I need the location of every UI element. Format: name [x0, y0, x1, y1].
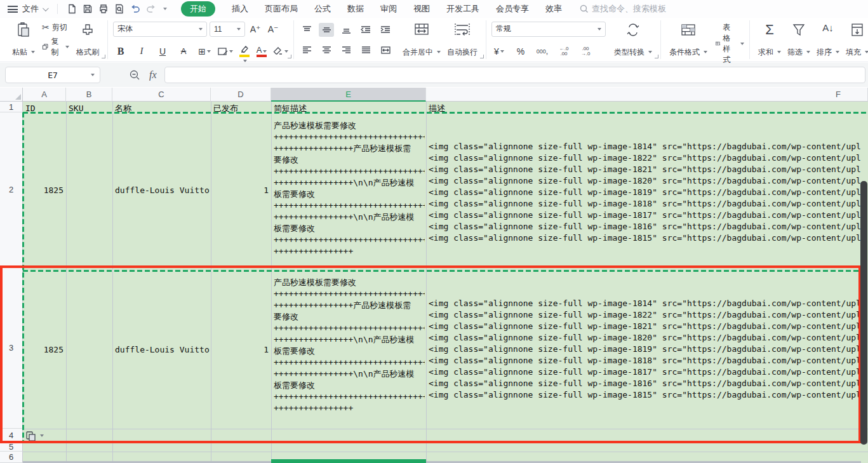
paste-dropdown-icon[interactable] [31, 51, 35, 53]
percent-button[interactable]: % [513, 44, 528, 58]
wrap-text-button[interactable]: 自动换行 [444, 21, 481, 59]
font-name-select[interactable]: 宋体 [113, 22, 207, 37]
formula-input[interactable] [164, 67, 865, 83]
undo-icon[interactable] [130, 4, 140, 14]
tab-data[interactable]: 数据 [347, 3, 364, 15]
increase-decimal-button[interactable]: ←.0 .00 [556, 44, 571, 58]
sort-button[interactable]: A↓ 排序 [813, 21, 843, 59]
merge-center-button[interactable]: 合并居中 [399, 21, 444, 59]
align-center-icon[interactable] [319, 43, 334, 57]
scissors-icon: ✂ [42, 22, 50, 32]
brush-icon [80, 22, 95, 39]
row-header-5[interactable]: 5 [0, 443, 23, 452]
print-icon[interactable] [98, 4, 109, 14]
copy-button[interactable]: 复制 [42, 36, 69, 58]
name-box-dropdown-icon[interactable] [91, 74, 95, 76]
format-painter-button[interactable]: 格式刷 [73, 21, 102, 59]
col-header-f[interactable]: F [426, 88, 868, 102]
row-header-1[interactable]: 1 [0, 102, 23, 112]
tab-formulas[interactable]: 公式 [314, 3, 331, 15]
eraser-button[interactable] [273, 44, 288, 58]
decrease-font-icon[interactable]: A⁻ [265, 22, 281, 36]
file-menu[interactable]: 文件 [22, 3, 39, 15]
font-size-select[interactable]: 11 [210, 22, 245, 37]
file-chevron-down-icon[interactable] [43, 5, 49, 11]
sum-button[interactable]: Σ 求和 [755, 21, 784, 59]
cell-f2[interactable]: <img class="alignnone size-full wp-image… [429, 141, 861, 245]
col-header-c[interactable]: C [112, 88, 211, 102]
command-search[interactable]: 查找命令、搜索模板 [580, 3, 666, 15]
cut-button[interactable]: ✂剪切 [42, 22, 69, 33]
col-header-e[interactable]: E [271, 88, 426, 102]
qat-more-chevron-icon[interactable] [163, 8, 167, 10]
justify-icon[interactable] [358, 43, 373, 57]
row-header-6[interactable]: 6 [0, 452, 23, 463]
tab-view[interactable]: 视图 [413, 3, 430, 15]
styles-group: 条件格式 表格样式 单元格样式 [660, 20, 749, 59]
tab-insert[interactable]: 插入 [232, 3, 248, 15]
currency-button[interactable]: ¥ [491, 44, 507, 58]
table-style-button[interactable]: 表格样式 [716, 22, 744, 65]
cell-c2[interactable]: duffle-Louis Vuitto [115, 185, 210, 196]
insert-function-icon[interactable]: fx [149, 69, 157, 81]
bold-button[interactable]: B [113, 44, 128, 58]
clipboard-icon [16, 22, 31, 39]
clipboard-dialog-launcher[interactable] [102, 55, 105, 58]
paste-button[interactable]: 粘贴 [9, 21, 38, 59]
strikethrough-button[interactable]: A [176, 44, 191, 58]
conditional-format-button[interactable]: 条件格式 [666, 21, 711, 59]
filter-button[interactable]: 筛选 [784, 21, 813, 59]
sigma-icon: Σ [765, 22, 774, 37]
hamburger-menu-icon[interactable] [8, 6, 18, 13]
highlight-color-button[interactable] [239, 45, 250, 58]
comma-style-button[interactable]: 000, [535, 44, 550, 58]
increase-indent-icon[interactable] [378, 23, 393, 37]
underline-button[interactable]: U [155, 44, 170, 58]
cell-e2[interactable]: 产品秒速模板需要修改 +++++++++++++++++++++++++++++… [274, 120, 425, 258]
alignment-dialog-launcher[interactable] [480, 55, 484, 58]
fill-button[interactable]: 填充 [843, 21, 868, 59]
cell-a2[interactable]: 1825 [23, 185, 63, 196]
save-icon[interactable] [83, 4, 93, 14]
print-preview-icon[interactable] [114, 4, 124, 14]
editing-group: Σ 求和 筛选 A↓ 排序 填充 [749, 20, 868, 59]
vertical-scrollbar-thumb[interactable] [860, 181, 867, 445]
active-cell-reference: E7 [48, 70, 58, 80]
zoom-out-icon[interactable] [130, 70, 140, 81]
italic-button[interactable]: I [134, 44, 149, 58]
shading-button[interactable] [218, 44, 233, 58]
align-top-icon[interactable] [299, 23, 314, 37]
redo-icon[interactable] [146, 4, 156, 14]
tab-member[interactable]: 会员专享 [496, 3, 529, 15]
cell-d2[interactable]: 1 [211, 185, 269, 196]
align-middle-icon[interactable] [319, 23, 334, 37]
type-convert-button[interactable]: 类型转换 [611, 21, 655, 59]
tab-home[interactable]: 开始 [181, 1, 215, 17]
sort-az-icon: A↓ [822, 22, 834, 33]
decrease-decimal-button[interactable]: .00 →.0 [578, 44, 593, 58]
select-all-corner[interactable] [0, 88, 23, 102]
tab-review[interactable]: 审阅 [380, 3, 397, 15]
new-file-icon[interactable] [67, 4, 77, 14]
font-dialog-launcher[interactable] [288, 55, 291, 58]
row-header-2[interactable]: 2 [0, 112, 23, 267]
increase-font-icon[interactable]: A⁺ [248, 22, 263, 36]
align-left-icon[interactable] [299, 43, 314, 57]
tab-efficiency[interactable]: 效率 [545, 3, 562, 15]
clipboard-group: 粘贴 ✂剪切 复制 格式刷 [4, 20, 107, 59]
borders-button[interactable]: ⊞ [197, 44, 212, 58]
copy-dropdown-icon[interactable] [65, 46, 69, 48]
distribute-icon[interactable] [378, 43, 393, 57]
number-format-select[interactable]: 常规 [491, 22, 606, 37]
col-header-b[interactable]: B [66, 88, 112, 102]
number-dialog-launcher[interactable] [655, 55, 658, 58]
align-bottom-icon[interactable] [338, 23, 354, 37]
tab-dev-tools[interactable]: 开发工具 [446, 3, 479, 15]
col-header-d[interactable]: D [211, 88, 271, 102]
col-header-a[interactable]: A [23, 88, 66, 102]
name-box[interactable]: E7 [5, 67, 100, 83]
align-right-icon[interactable] [338, 43, 354, 57]
font-color-button[interactable]: A [256, 45, 267, 58]
decrease-indent-icon[interactable] [358, 23, 373, 37]
tab-page-layout[interactable]: 页面布局 [265, 3, 298, 15]
